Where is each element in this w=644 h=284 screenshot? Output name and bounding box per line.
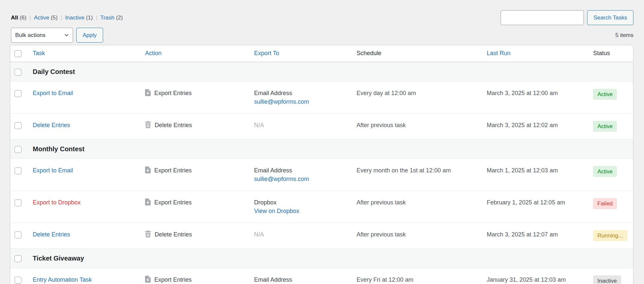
- action-label: Export Entries: [154, 90, 192, 96]
- export-to-target: Dropbox: [254, 199, 277, 206]
- export-entries-icon: [145, 166, 151, 173]
- action-label: Delete Entries: [155, 122, 192, 128]
- status-badge: Inactive: [593, 275, 621, 284]
- sort-link[interactable]: Task: [33, 50, 45, 56]
- group-title: Ticket Giveaway: [29, 248, 633, 268]
- schedule-cell: Every Fri at 12:00 am: [353, 268, 483, 284]
- export-entries-icon: [145, 276, 151, 283]
- status-badge: Active: [593, 121, 617, 132]
- task-name-link[interactable]: Delete Entries: [33, 231, 70, 238]
- row-checkbox-cell: [10, 223, 29, 248]
- status-badge: Active: [593, 89, 617, 100]
- export-to-cell: Email Addresssullie@wpforms.com: [250, 159, 353, 191]
- row-checkbox[interactable]: [15, 199, 21, 206]
- export-to-link[interactable]: sullie@wpforms.com: [254, 97, 309, 106]
- task-name-link[interactable]: Export to Email: [33, 167, 73, 174]
- filter-count: (1): [86, 15, 93, 21]
- task-name-link[interactable]: Export to Email: [33, 90, 73, 96]
- group-row: Monthly Contest: [10, 139, 633, 159]
- group-row: Ticket Giveaway: [10, 248, 633, 268]
- filter-link-trash[interactable]: Trash (2): [100, 15, 123, 21]
- filter-link-inactive[interactable]: Inactive (1): [65, 15, 93, 21]
- sort-link[interactable]: Action: [145, 50, 162, 56]
- task-name-link[interactable]: Export to Dropbox: [33, 199, 81, 206]
- row-checkbox[interactable]: [15, 90, 21, 97]
- sort-link[interactable]: Export To: [254, 50, 279, 56]
- task-name-cell: Export to Email: [29, 159, 141, 191]
- filter-count: (2): [116, 15, 123, 21]
- status-cell: Running...: [589, 223, 633, 248]
- action-cell: Export Entries: [141, 191, 250, 223]
- last-run-cell: March 1, 2025 at 12:03 am: [483, 159, 589, 191]
- column-header-task: Task: [29, 45, 141, 62]
- row-checkbox-cell: [10, 268, 29, 284]
- trash-icon: [145, 121, 151, 128]
- group-title: Daily Contest: [29, 62, 633, 81]
- status-cell: Inactive: [589, 268, 633, 284]
- action-label: Delete Entries: [155, 231, 192, 238]
- task-row: Entry Automation TaskExport EntriesEmail…: [10, 268, 633, 284]
- search-input[interactable]: [501, 10, 584, 25]
- filter-link-active[interactable]: Active (5): [34, 15, 58, 21]
- action-label: Export Entries: [154, 167, 192, 174]
- status-badge: Running...: [593, 230, 627, 241]
- schedule-cell: After previous task: [353, 113, 483, 139]
- schedule-cell: After previous task: [353, 223, 483, 248]
- task-row: Export to DropboxExport EntriesDropboxVi…: [10, 191, 633, 223]
- export-to-cell: Email Addresssullie@wpforms.com: [250, 81, 353, 113]
- last-run-cell: March 3, 2025 at 12:02 am: [483, 113, 589, 139]
- bulk-actions-toolbar: Bulk actions Apply 5 items: [0, 25, 644, 45]
- row-checkbox[interactable]: [15, 122, 21, 129]
- column-label: Schedule: [357, 50, 381, 56]
- filter-link-all[interactable]: All (6): [11, 15, 26, 21]
- bulk-actions-select[interactable]: Bulk actions: [11, 28, 73, 43]
- export-to-link[interactable]: View on Dropbox: [254, 207, 299, 215]
- column-header-action: Action: [141, 45, 250, 62]
- status-cell: Active: [589, 81, 633, 113]
- group-checkbox-cell: [10, 139, 29, 159]
- search-box: Search Tasks: [501, 10, 633, 25]
- search-tasks-button[interactable]: Search Tasks: [587, 10, 633, 25]
- export-to-cell: DropboxView on Dropbox: [250, 191, 353, 223]
- column-label: Status: [593, 50, 610, 56]
- export-entries-icon: [145, 198, 151, 205]
- task-name-link[interactable]: Delete Entries: [33, 122, 70, 128]
- group-checkbox[interactable]: [15, 69, 21, 76]
- group-row: Daily Contest: [10, 62, 633, 81]
- filter-separator: |: [29, 15, 31, 21]
- bulk-actions-selected-value: Bulk actions: [15, 32, 46, 39]
- row-checkbox[interactable]: [15, 231, 21, 238]
- select-all-cell: [10, 45, 29, 62]
- filter-count: (5): [51, 15, 58, 21]
- task-name-link[interactable]: Entry Automation Task: [33, 276, 92, 283]
- action-cell: Export Entries: [141, 159, 250, 191]
- row-checkbox[interactable]: [15, 277, 21, 284]
- task-name-cell: Export to Email: [29, 81, 141, 113]
- filter-count: (6): [19, 15, 26, 21]
- sort-link[interactable]: Last Run: [487, 50, 511, 56]
- export-entries-icon: [145, 89, 151, 96]
- last-run-cell: March 3, 2025 at 12:07 am: [483, 223, 589, 248]
- task-row: Export to EmailExport EntriesEmail Addre…: [10, 159, 633, 191]
- row-checkbox[interactable]: [15, 167, 21, 174]
- status-cell: Failed: [589, 191, 633, 223]
- filter-separator: |: [60, 15, 62, 21]
- last-run-cell: February 1, 2025 at 12:05 am: [483, 191, 589, 223]
- column-header-schedule: Schedule: [353, 45, 483, 62]
- select-all-checkbox[interactable]: [15, 50, 21, 57]
- group-checkbox[interactable]: [15, 146, 21, 153]
- action-label: Export Entries: [154, 276, 192, 283]
- task-row: Delete EntriesDelete EntriesN/AAfter pre…: [10, 223, 633, 248]
- tasks-table: TaskActionExport ToScheduleLast RunStatu…: [10, 45, 633, 284]
- schedule-cell: After previous task: [353, 191, 483, 223]
- row-checkbox-cell: [10, 113, 29, 139]
- task-name-cell: Delete Entries: [29, 113, 141, 139]
- group-title: Monthly Contest: [29, 139, 633, 159]
- group-checkbox[interactable]: [15, 255, 21, 262]
- last-run-cell: March 3, 2025 at 12:00 am: [483, 81, 589, 113]
- export-to-link[interactable]: sullie@wpforms.com: [254, 175, 309, 183]
- status-badge: Active: [593, 166, 617, 177]
- row-checkbox-cell: [10, 81, 29, 113]
- export-to-cell: N/A: [250, 113, 353, 139]
- apply-button[interactable]: Apply: [76, 28, 103, 43]
